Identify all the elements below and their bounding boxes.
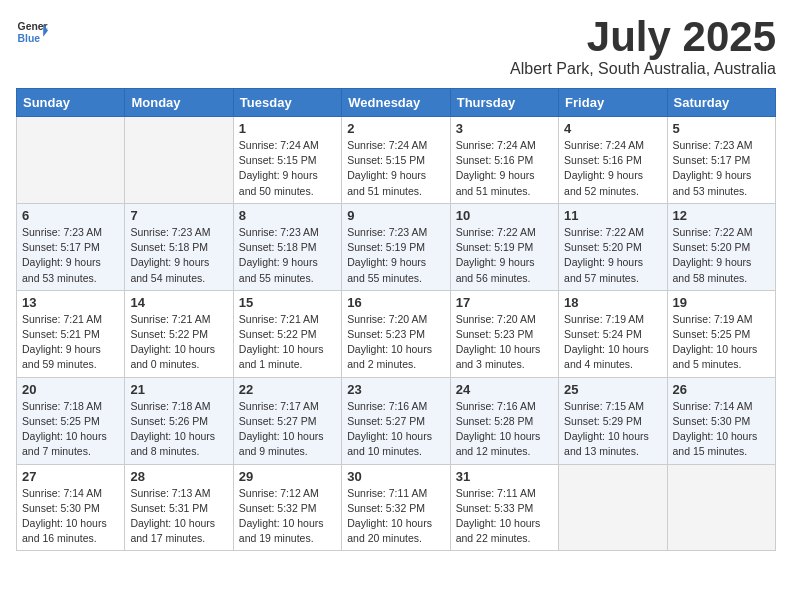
day-info: Sunrise: 7:12 AM Sunset: 5:32 PM Dayligh… xyxy=(239,486,336,547)
day-number: 26 xyxy=(673,382,770,397)
day-number: 14 xyxy=(130,295,227,310)
day-number: 22 xyxy=(239,382,336,397)
day-number: 18 xyxy=(564,295,661,310)
day-info: Sunrise: 7:14 AM Sunset: 5:30 PM Dayligh… xyxy=(22,486,119,547)
day-number: 19 xyxy=(673,295,770,310)
day-number: 17 xyxy=(456,295,553,310)
column-header-monday: Monday xyxy=(125,89,233,117)
calendar-cell: 6Sunrise: 7:23 AM Sunset: 5:17 PM Daylig… xyxy=(17,203,125,290)
calendar-cell: 8Sunrise: 7:23 AM Sunset: 5:18 PM Daylig… xyxy=(233,203,341,290)
calendar-cell: 1Sunrise: 7:24 AM Sunset: 5:15 PM Daylig… xyxy=(233,117,341,204)
calendar-table: SundayMondayTuesdayWednesdayThursdayFrid… xyxy=(16,88,776,551)
title-area: July 2025 Albert Park, South Australia, … xyxy=(510,16,776,78)
day-info: Sunrise: 7:24 AM Sunset: 5:15 PM Dayligh… xyxy=(239,138,336,199)
day-number: 31 xyxy=(456,469,553,484)
day-info: Sunrise: 7:11 AM Sunset: 5:33 PM Dayligh… xyxy=(456,486,553,547)
day-info: Sunrise: 7:16 AM Sunset: 5:28 PM Dayligh… xyxy=(456,399,553,460)
calendar-cell: 28Sunrise: 7:13 AM Sunset: 5:31 PM Dayli… xyxy=(125,464,233,551)
column-header-saturday: Saturday xyxy=(667,89,775,117)
calendar-cell xyxy=(17,117,125,204)
calendar-header-row: SundayMondayTuesdayWednesdayThursdayFrid… xyxy=(17,89,776,117)
calendar-cell: 7Sunrise: 7:23 AM Sunset: 5:18 PM Daylig… xyxy=(125,203,233,290)
day-number: 10 xyxy=(456,208,553,223)
column-header-friday: Friday xyxy=(559,89,667,117)
calendar-cell: 23Sunrise: 7:16 AM Sunset: 5:27 PM Dayli… xyxy=(342,377,450,464)
day-info: Sunrise: 7:16 AM Sunset: 5:27 PM Dayligh… xyxy=(347,399,444,460)
calendar-week-row: 6Sunrise: 7:23 AM Sunset: 5:17 PM Daylig… xyxy=(17,203,776,290)
day-number: 4 xyxy=(564,121,661,136)
day-number: 2 xyxy=(347,121,444,136)
day-number: 25 xyxy=(564,382,661,397)
day-info: Sunrise: 7:23 AM Sunset: 5:19 PM Dayligh… xyxy=(347,225,444,286)
page-header: General Blue July 2025 Albert Park, Sout… xyxy=(16,16,776,78)
column-header-wednesday: Wednesday xyxy=(342,89,450,117)
day-info: Sunrise: 7:24 AM Sunset: 5:16 PM Dayligh… xyxy=(564,138,661,199)
day-number: 20 xyxy=(22,382,119,397)
day-number: 28 xyxy=(130,469,227,484)
calendar-cell: 11Sunrise: 7:22 AM Sunset: 5:20 PM Dayli… xyxy=(559,203,667,290)
day-number: 12 xyxy=(673,208,770,223)
day-info: Sunrise: 7:24 AM Sunset: 5:16 PM Dayligh… xyxy=(456,138,553,199)
calendar-week-row: 20Sunrise: 7:18 AM Sunset: 5:25 PM Dayli… xyxy=(17,377,776,464)
day-number: 9 xyxy=(347,208,444,223)
day-info: Sunrise: 7:20 AM Sunset: 5:23 PM Dayligh… xyxy=(456,312,553,373)
day-number: 30 xyxy=(347,469,444,484)
calendar-cell: 29Sunrise: 7:12 AM Sunset: 5:32 PM Dayli… xyxy=(233,464,341,551)
calendar-cell: 3Sunrise: 7:24 AM Sunset: 5:16 PM Daylig… xyxy=(450,117,558,204)
day-number: 13 xyxy=(22,295,119,310)
month-title: July 2025 xyxy=(510,16,776,58)
calendar-cell: 13Sunrise: 7:21 AM Sunset: 5:21 PM Dayli… xyxy=(17,290,125,377)
day-number: 3 xyxy=(456,121,553,136)
calendar-week-row: 1Sunrise: 7:24 AM Sunset: 5:15 PM Daylig… xyxy=(17,117,776,204)
day-info: Sunrise: 7:15 AM Sunset: 5:29 PM Dayligh… xyxy=(564,399,661,460)
calendar-cell: 25Sunrise: 7:15 AM Sunset: 5:29 PM Dayli… xyxy=(559,377,667,464)
day-info: Sunrise: 7:19 AM Sunset: 5:25 PM Dayligh… xyxy=(673,312,770,373)
column-header-tuesday: Tuesday xyxy=(233,89,341,117)
day-info: Sunrise: 7:18 AM Sunset: 5:26 PM Dayligh… xyxy=(130,399,227,460)
column-header-thursday: Thursday xyxy=(450,89,558,117)
day-info: Sunrise: 7:18 AM Sunset: 5:25 PM Dayligh… xyxy=(22,399,119,460)
day-number: 1 xyxy=(239,121,336,136)
day-info: Sunrise: 7:23 AM Sunset: 5:18 PM Dayligh… xyxy=(239,225,336,286)
day-number: 24 xyxy=(456,382,553,397)
calendar-cell: 30Sunrise: 7:11 AM Sunset: 5:32 PM Dayli… xyxy=(342,464,450,551)
day-number: 15 xyxy=(239,295,336,310)
day-number: 27 xyxy=(22,469,119,484)
calendar-cell xyxy=(559,464,667,551)
day-info: Sunrise: 7:24 AM Sunset: 5:15 PM Dayligh… xyxy=(347,138,444,199)
day-number: 23 xyxy=(347,382,444,397)
day-info: Sunrise: 7:20 AM Sunset: 5:23 PM Dayligh… xyxy=(347,312,444,373)
calendar-cell: 16Sunrise: 7:20 AM Sunset: 5:23 PM Dayli… xyxy=(342,290,450,377)
day-number: 6 xyxy=(22,208,119,223)
calendar-cell: 18Sunrise: 7:19 AM Sunset: 5:24 PM Dayli… xyxy=(559,290,667,377)
svg-text:Blue: Blue xyxy=(18,33,41,44)
day-number: 11 xyxy=(564,208,661,223)
location-subtitle: Albert Park, South Australia, Australia xyxy=(510,60,776,78)
calendar-cell: 5Sunrise: 7:23 AM Sunset: 5:17 PM Daylig… xyxy=(667,117,775,204)
logo: General Blue xyxy=(16,16,48,48)
calendar-cell: 19Sunrise: 7:19 AM Sunset: 5:25 PM Dayli… xyxy=(667,290,775,377)
day-info: Sunrise: 7:22 AM Sunset: 5:20 PM Dayligh… xyxy=(564,225,661,286)
day-info: Sunrise: 7:11 AM Sunset: 5:32 PM Dayligh… xyxy=(347,486,444,547)
day-number: 8 xyxy=(239,208,336,223)
column-header-sunday: Sunday xyxy=(17,89,125,117)
day-info: Sunrise: 7:21 AM Sunset: 5:22 PM Dayligh… xyxy=(239,312,336,373)
calendar-cell xyxy=(667,464,775,551)
calendar-cell: 21Sunrise: 7:18 AM Sunset: 5:26 PM Dayli… xyxy=(125,377,233,464)
day-info: Sunrise: 7:14 AM Sunset: 5:30 PM Dayligh… xyxy=(673,399,770,460)
day-info: Sunrise: 7:23 AM Sunset: 5:17 PM Dayligh… xyxy=(22,225,119,286)
calendar-week-row: 27Sunrise: 7:14 AM Sunset: 5:30 PM Dayli… xyxy=(17,464,776,551)
day-info: Sunrise: 7:19 AM Sunset: 5:24 PM Dayligh… xyxy=(564,312,661,373)
day-number: 21 xyxy=(130,382,227,397)
calendar-cell: 24Sunrise: 7:16 AM Sunset: 5:28 PM Dayli… xyxy=(450,377,558,464)
day-info: Sunrise: 7:13 AM Sunset: 5:31 PM Dayligh… xyxy=(130,486,227,547)
calendar-cell: 26Sunrise: 7:14 AM Sunset: 5:30 PM Dayli… xyxy=(667,377,775,464)
day-info: Sunrise: 7:22 AM Sunset: 5:19 PM Dayligh… xyxy=(456,225,553,286)
calendar-cell: 9Sunrise: 7:23 AM Sunset: 5:19 PM Daylig… xyxy=(342,203,450,290)
calendar-cell: 4Sunrise: 7:24 AM Sunset: 5:16 PM Daylig… xyxy=(559,117,667,204)
logo-icon: General Blue xyxy=(16,16,48,48)
calendar-cell: 31Sunrise: 7:11 AM Sunset: 5:33 PM Dayli… xyxy=(450,464,558,551)
day-number: 29 xyxy=(239,469,336,484)
day-number: 16 xyxy=(347,295,444,310)
day-info: Sunrise: 7:21 AM Sunset: 5:22 PM Dayligh… xyxy=(130,312,227,373)
